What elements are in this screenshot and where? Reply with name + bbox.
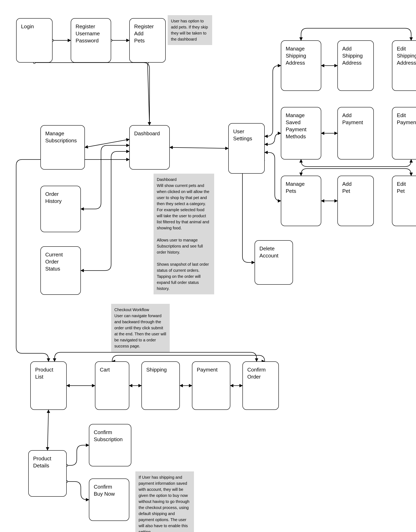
node-label: Delete Account: [259, 246, 278, 259]
node-label: Manage Saved Payment Methods: [286, 112, 307, 140]
node-label: Edit Shipping Address: [397, 46, 416, 66]
edge-productList-to-confirmOrder: [55, 352, 257, 361]
edge-productDetails-to-confirmBuyNow: [67, 482, 89, 500]
edge-productDetails-to-confirmSubscription: [67, 445, 89, 465]
edge-managePets-to-editPet: [301, 169, 411, 176]
node-addShipping[interactable]: Add Shipping Address: [338, 40, 374, 91]
node-confirmOrder[interactable]: Confirm Order: [242, 361, 279, 410]
edge-userSettings-to-managePayments: [265, 133, 281, 144]
edge-registerAddPets-to-dashboard: [147, 63, 149, 125]
edge-dashboard-to-currentOrderStatus: [81, 152, 129, 271]
node-manageShipping[interactable]: Manage Shipping Address: [281, 40, 321, 91]
node-orderHistory[interactable]: Order History: [40, 186, 81, 232]
note-text: If User has shipping and payment informa…: [139, 475, 189, 532]
note-addPetsNote: User has option to add pets. If they ski…: [168, 15, 212, 45]
node-editShipping[interactable]: Edit Shipping Address: [392, 40, 416, 91]
node-label: Product List: [35, 367, 53, 380]
node-label: Confirm Buy Now: [94, 484, 115, 497]
node-productList[interactable]: Product List: [30, 361, 67, 410]
node-label: Login: [21, 23, 34, 29]
edge-manageShipping-to-editShipping: [301, 28, 411, 40]
node-confirmBuyNow[interactable]: Confirm Buy Now: [89, 478, 129, 521]
node-addPet[interactable]: Add Pet: [338, 176, 374, 226]
note-text: User has option to add pets. If they ski…: [171, 19, 208, 41]
node-userSettings[interactable]: User Settings: [228, 123, 265, 174]
note-checkoutNote: Checkout Workflow User can navigate forw…: [111, 304, 170, 352]
node-addPayment[interactable]: Add Payment: [338, 107, 374, 160]
node-label: Current Order Status: [45, 252, 63, 272]
node-editPayment[interactable]: Edit Payment: [392, 107, 416, 160]
node-label: Dashboard: [134, 130, 160, 136]
node-label: Manage Pets: [286, 181, 305, 194]
node-label: Manage Shipping Address: [286, 46, 306, 66]
node-payment[interactable]: Payment: [192, 361, 230, 410]
edge-productList-to-productDetails: [48, 410, 48, 450]
node-managePayments[interactable]: Manage Saved Payment Methods: [281, 107, 321, 160]
note-dashboardNote: Dashboard Will show current pets and whe…: [154, 174, 214, 294]
diagram-canvas: LoginRegister Username PasswordRegister …: [0, 0, 416, 532]
node-confirmSubscription[interactable]: Confirm Subscription: [89, 424, 131, 466]
edge-userSettings-to-managePets: [265, 152, 281, 201]
edge-userSettings-to-manageShipping: [265, 66, 281, 136]
node-editPet[interactable]: Edit Pet: [392, 176, 416, 226]
edge-managePayments-to-editPayment: [301, 160, 411, 167]
note-text: Checkout Workflow User can navigate forw…: [114, 307, 166, 348]
edge-dashboard-to-manageSubs: [85, 139, 129, 147]
node-label: Manage Subscriptions: [45, 130, 77, 143]
edge-dashboard-to-userSettings: [170, 147, 228, 148]
node-login[interactable]: Login: [16, 18, 53, 63]
node-label: Payment: [197, 367, 218, 373]
node-label: Confirm Subscription: [94, 429, 123, 442]
node-shipping[interactable]: Shipping: [141, 361, 180, 410]
node-registerUserPass[interactable]: Register Username Password: [71, 18, 111, 63]
node-currentOrderStatus[interactable]: Current Order Status: [40, 246, 81, 295]
note-text: Dashboard Will show current pets and whe…: [157, 177, 209, 291]
node-label: Edit Payment: [397, 112, 416, 125]
node-label: Order History: [45, 191, 62, 204]
node-managePets[interactable]: Manage Pets: [281, 176, 321, 226]
node-manageSubs[interactable]: Manage Subscriptions: [40, 125, 85, 170]
edge-dashboard-to-orderHistory: [81, 145, 129, 209]
node-productDetails[interactable]: Product Details: [28, 450, 67, 497]
edge-cart-to-confirmOrder: [112, 355, 265, 361]
node-label: Shipping: [146, 367, 167, 373]
node-cart[interactable]: Cart: [95, 361, 129, 410]
node-registerAddPets[interactable]: Register Add Pets: [129, 18, 166, 63]
node-label: Add Shipping Address: [342, 46, 363, 66]
node-label: Add Payment: [342, 112, 363, 125]
note-buyNowNote: If User has shipping and payment informa…: [135, 471, 194, 532]
node-dashboard[interactable]: Dashboard: [129, 125, 170, 170]
node-label: Add Pet: [342, 181, 352, 194]
node-label: Confirm Order: [247, 367, 266, 380]
node-label: Product Details: [33, 456, 51, 469]
node-label: Register Add Pets: [134, 23, 154, 44]
node-label: Edit Pet: [397, 181, 406, 194]
node-label: User Settings: [233, 128, 252, 142]
node-deleteAccount[interactable]: Delete Account: [255, 240, 293, 285]
node-label: Cart: [100, 367, 110, 373]
node-label: Register Username Password: [76, 23, 100, 44]
